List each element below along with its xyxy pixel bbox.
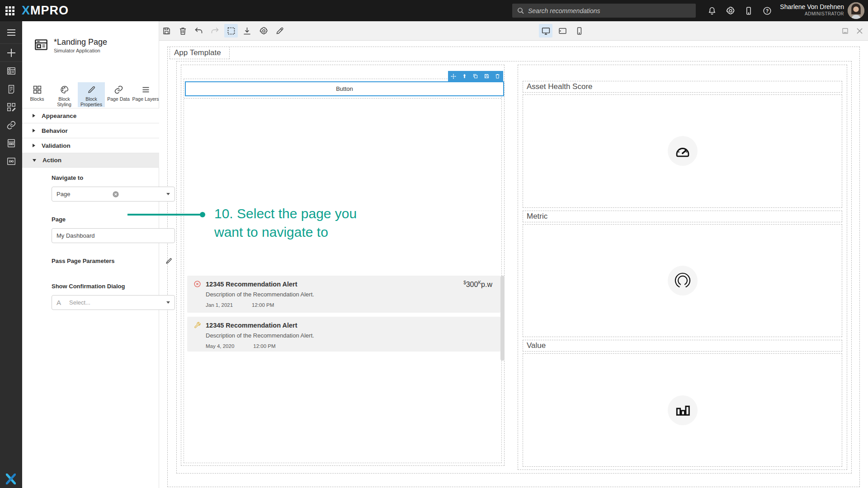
mobile-device-icon[interactable] [744,6,754,16]
confirmation-select[interactable]: A Select... [52,295,175,310]
variables-code-icon[interactable] [0,152,22,170]
alerts-scrollbar[interactable] [500,276,505,361]
blocks-grid-icon [33,85,42,94]
annotation-connector-line [127,214,201,216]
recommendation-alert-card[interactable]: 12345 Recommendation Alert $300Kp.w Desc… [187,276,500,313]
canvas-toolbar [159,21,868,41]
user-role: ADMINISTRATOR [780,11,844,16]
alert-description: Description of the Recommendation Alert. [206,291,494,298]
collapse-window-icon[interactable] [838,24,852,38]
section-label: Metric [527,212,547,221]
alert-title: 12345 Recommendation Alert [206,281,297,288]
panel-tabs: Blocks Block Styling Block Properties [24,82,159,107]
section-label: Asset Health Score [527,82,593,91]
download-icon[interactable] [240,24,254,38]
move-up-icon[interactable] [460,72,469,81]
dropdown-caret-icon[interactable] [166,301,170,304]
alert-datetime: Jan 1, 202112:00 PM [206,302,494,308]
annotation-text: 10. Select the page you want to navigate… [214,204,357,241]
page-input[interactable]: My Dashboard [52,228,175,243]
recommendation-alert-card[interactable]: 12345 Recommendation Alert Description o… [187,317,500,352]
navigate-to-select[interactable]: Page [52,187,175,202]
settings-gear-icon[interactable] [726,6,736,16]
section-label-box: Metric [523,211,842,222]
preview-tablet-icon[interactable] [556,24,569,38]
preview-mobile-icon[interactable] [572,24,586,38]
value-section: Value [523,340,842,467]
add-new-icon[interactable] [0,44,22,62]
section-label-box: Value [523,340,842,352]
app-launcher-icon[interactable] [5,5,15,16]
user-info[interactable]: Sharlene Von Drehnen ADMINISTRATOR [780,3,844,16]
tab-page-layers[interactable]: Page Layers [132,82,159,107]
accordion-validation[interactable]: Validation [22,138,159,153]
donut-gauge-icon [668,266,698,296]
apps-pages-icon[interactable] [0,62,22,80]
page-window-icon [34,38,48,53]
show-confirmation-dialog-label: Show Confirmation Dialog [52,283,125,290]
notifications-bell-icon[interactable] [707,6,717,16]
text-type-icon: A [57,299,61,306]
accordion-appearance[interactable]: Appearance [22,108,159,123]
button-block[interactable]: Button [185,81,504,96]
edit-pencil-icon[interactable] [165,257,172,264]
gauge-icon [668,136,698,166]
user-avatar[interactable] [848,2,864,19]
page-subtitle: Simulator Application [54,48,107,53]
forms-document-icon[interactable] [0,80,22,98]
tab-page-data[interactable]: Page Data [105,82,132,107]
button-block-label: Button [336,85,353,92]
save-icon[interactable] [160,24,173,38]
annotation-dot [200,212,205,217]
undo-icon[interactable] [192,24,205,38]
delete-block-icon[interactable] [493,72,502,81]
tab-block-styling[interactable]: Block Styling [51,82,78,107]
marquee-select-icon[interactable] [224,24,238,38]
recommendation-alerts-list: 12345 Recommendation Alert $300Kp.w Desc… [187,276,500,356]
designer-workspace: App Template [159,21,868,488]
metric-block[interactable] [523,224,842,338]
alert-value: $300Kp.w [463,280,492,289]
menu-hamburger-icon[interactable] [0,21,22,44]
tab-block-properties[interactable]: Block Properties [78,82,105,107]
page-label: Page [52,216,66,223]
svg-text:?: ? [766,9,769,14]
left-column-inner [184,79,502,463]
search-input[interactable] [528,7,691,14]
design-canvas: App Template [159,41,868,488]
page-title: *Landing Page [54,38,107,47]
preview-desktop-icon[interactable] [539,24,552,38]
pass-page-parameters-label: Pass Page Parameters [52,258,114,264]
calculator-widget-icon[interactable] [0,134,22,152]
settings-gear-icon[interactable] [257,24,270,38]
accordion-behavior[interactable]: Behavior [22,123,159,138]
canvas-right-column: Asset Health Score [518,65,847,470]
gauge-block[interactable] [523,94,842,208]
search-icon [517,7,524,14]
close-icon[interactable] [853,24,866,38]
value-block[interactable] [523,353,842,467]
copy-block-icon[interactable] [471,72,480,81]
chevron-right-icon [33,144,35,147]
blocks-designer-icon[interactable] [0,98,22,116]
save-block-icon[interactable] [482,72,491,81]
navigate-to-value: Page [57,191,70,197]
publish-rocket-icon[interactable] [273,24,286,38]
dropdown-caret-icon[interactable] [166,193,170,195]
tab-blocks[interactable]: Blocks [24,82,51,107]
move-block-icon[interactable] [449,72,458,81]
connections-link-icon[interactable] [0,116,22,134]
page-value: My Dashboard [57,232,95,239]
canvas-left-column: Button 12345 Recommendation Alert [181,65,505,466]
redo-icon[interactable] [208,24,222,38]
section-label: Value [527,341,546,350]
properties-panel: *Landing Page Simulator Application Bloc… [22,21,159,488]
xmpro-app-designer: XMPRO [0,0,868,488]
delete-trash-icon[interactable] [176,24,189,38]
clear-circle-x-icon[interactable] [112,191,119,198]
navigate-to-label: Navigate to [52,174,83,181]
accordion-action[interactable]: Action [22,153,159,168]
link-icon [114,85,123,94]
wrench-icon [193,321,201,329]
help-icon[interactable]: ? [762,6,772,16]
